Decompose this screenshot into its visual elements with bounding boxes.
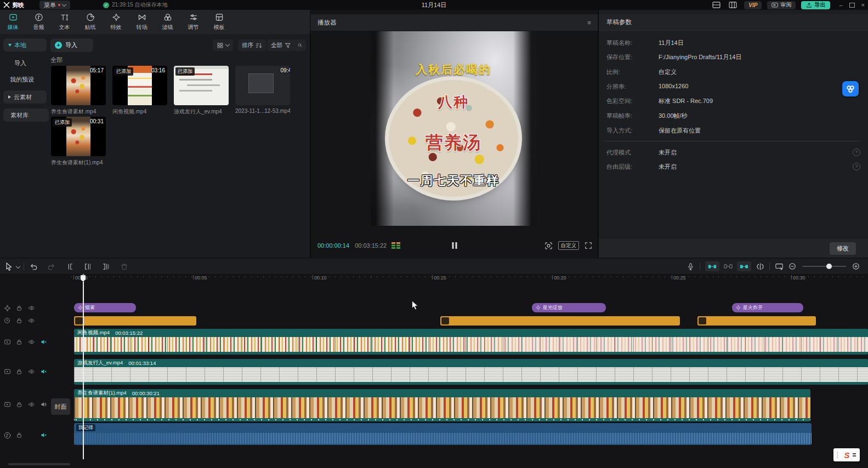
- split-button[interactable]: [63, 261, 76, 272]
- eye-icon[interactable]: [27, 368, 35, 375]
- export-button[interactable]: 导出: [801, 1, 830, 9]
- sticker-clip[interactable]: [74, 316, 196, 326]
- search-button[interactable]: [294, 39, 306, 51]
- media-item[interactable]: 已添加 03:16 闲鱼视频.mp4: [112, 66, 167, 116]
- sidebar-item-local[interactable]: 本地: [3, 38, 47, 52]
- zoom-slider-handle[interactable]: [826, 264, 832, 269]
- minimize-button[interactable]: –: [839, 2, 842, 8]
- effect-clip[interactable]: 星火炸开: [732, 303, 803, 312]
- playhead[interactable]: [83, 274, 84, 459]
- main-track-magnet-toggle[interactable]: [705, 261, 719, 271]
- maximize-button[interactable]: [849, 3, 855, 8]
- tab-transition[interactable]: 转场: [129, 13, 155, 31]
- player-controls: 00:00:00:14 00:03:15:22 自定义: [311, 238, 598, 253]
- review-button[interactable]: 审阅: [767, 1, 796, 9]
- lock-icon[interactable]: [15, 338, 23, 346]
- layout-single-icon[interactable]: [711, 0, 721, 10]
- lock-icon[interactable]: [15, 368, 23, 375]
- cover-button[interactable]: 封面: [51, 398, 70, 415]
- video-preview[interactable]: 入秋后必喝的 八种 营养汤 一周七天不重样: [371, 31, 536, 226]
- overlay-text-2: 八种: [371, 93, 536, 112]
- linkage-toggle[interactable]: [737, 261, 751, 271]
- lock-icon[interactable]: [15, 431, 23, 439]
- import-button[interactable]: + 导入: [50, 38, 93, 52]
- filter-dropdown[interactable]: 全部: [267, 39, 295, 51]
- clip-label: 游戏发行人_ev.mp4 00:01:33:14: [74, 359, 868, 367]
- mute-speaker-icon[interactable]: [39, 431, 47, 439]
- fit-mode-button[interactable]: 自定义: [558, 241, 580, 250]
- pause-button[interactable]: [452, 242, 457, 249]
- focus-icon[interactable]: [544, 242, 553, 250]
- sort-button[interactable]: 排序: [238, 39, 266, 51]
- horizontal-scrollbar[interactable]: [8, 463, 70, 465]
- media-item[interactable]: 05:17 养生食谱素材.mp4: [51, 66, 106, 116]
- sidebar-item-presets[interactable]: 我的预设: [10, 76, 34, 84]
- video-clip-2[interactable]: 游戏发行人_ev.mp4 00:01:33:14: [74, 359, 868, 385]
- tab-filter[interactable]: 滤镜: [155, 13, 180, 31]
- sidebar-item-library[interactable]: 素材库: [3, 109, 49, 122]
- zoom-out-button[interactable]: [786, 261, 799, 272]
- eye-icon[interactable]: [27, 401, 35, 408]
- tab-text[interactable]: 文本: [52, 13, 77, 31]
- ruler-label: 00:10: [314, 275, 327, 281]
- timeline-ruler[interactable]: 00:00 00:05 00:10 00:15 00:20 00:25 00:3…: [71, 274, 868, 283]
- tab-media[interactable]: 媒体: [0, 13, 26, 31]
- delete-button[interactable]: [117, 261, 131, 272]
- media-item[interactable]: 已添加 游戏发行人_ev.mp4: [174, 66, 229, 116]
- eye-icon[interactable]: [27, 304, 35, 312]
- tab-audio[interactable]: 音频: [26, 13, 52, 31]
- divider: [24, 262, 24, 270]
- speaker-icon[interactable]: [39, 401, 47, 408]
- clip-filename: 闲鱼视频.mp4: [77, 329, 110, 336]
- main-video-clip[interactable]: 养生食谱素材(1).mp4 00:00:30:21: [74, 389, 810, 421]
- preview-axis-button[interactable]: [773, 261, 786, 272]
- undo-button[interactable]: [27, 261, 40, 272]
- tab-effects[interactable]: 特效: [103, 13, 129, 31]
- media-filename: 闲鱼视频.mp4: [112, 108, 167, 116]
- vip-button[interactable]: VIP: [744, 1, 762, 9]
- redo-button[interactable]: [44, 261, 58, 272]
- lock-icon[interactable]: [15, 401, 23, 408]
- eye-icon[interactable]: [27, 338, 35, 346]
- clock-icon: [3, 317, 11, 324]
- video-clip-1[interactable]: 闲鱼视频.mp4 00:03:15:22: [74, 329, 868, 355]
- mute-speaker-icon[interactable]: [39, 368, 47, 375]
- eye-icon[interactable]: [27, 317, 35, 324]
- zoom-in-button[interactable]: [849, 261, 863, 272]
- input-method-indicator: [833, 448, 860, 461]
- trim-left-button[interactable]: [81, 261, 94, 272]
- close-button[interactable]: ×: [861, 2, 865, 8]
- layout-columns-icon[interactable]: [727, 0, 739, 10]
- mute-speaker-icon[interactable]: [39, 338, 47, 346]
- select-tool-button[interactable]: [2, 261, 15, 272]
- select-tool-dropdown[interactable]: [16, 264, 20, 269]
- cloud-collab-icon[interactable]: [842, 81, 859, 96]
- audio-clip[interactable]: 我记得: [74, 423, 812, 445]
- view-mode-dropdown[interactable]: [213, 39, 233, 51]
- tab-adjust[interactable]: 调节: [180, 13, 206, 31]
- trim-right-button[interactable]: [99, 261, 112, 272]
- effect-clip[interactable]: 星光绽放: [532, 303, 606, 312]
- tab-sticker[interactable]: 贴纸: [77, 13, 103, 31]
- lock-icon[interactable]: [15, 304, 23, 312]
- sidebar-item-import[interactable]: 导入: [14, 59, 26, 67]
- tab-template[interactable]: 模板: [206, 13, 232, 31]
- timeline-zoom-slider[interactable]: [802, 266, 846, 267]
- fullscreen-icon[interactable]: [585, 242, 592, 249]
- sticker-clip[interactable]: [440, 316, 680, 326]
- player-menu-icon[interactable]: ≡: [587, 19, 591, 26]
- sidebar-label: 我的预设: [10, 76, 34, 83]
- auto-snap-toggle[interactable]: [722, 261, 735, 272]
- help-icon[interactable]: [853, 149, 860, 156]
- help-icon[interactable]: [853, 163, 860, 170]
- lock-icon[interactable]: [15, 317, 23, 324]
- freeze-split-button[interactable]: [753, 261, 767, 272]
- media-item[interactable]: 已添加 00:31 养生食谱素材(1).mp4: [51, 117, 106, 167]
- record-voiceover-button[interactable]: [684, 261, 697, 272]
- sticker-clip[interactable]: [697, 316, 816, 326]
- menu-button[interactable]: 菜单: [39, 1, 70, 9]
- modify-button[interactable]: 修改: [830, 242, 856, 255]
- sidebar-item-cloud[interactable]: 云素材: [3, 90, 47, 104]
- ime-mini-buttons[interactable]: [853, 453, 856, 456]
- media-item[interactable]: 09:4 2023-11-1...12-53.mp4: [235, 66, 290, 114]
